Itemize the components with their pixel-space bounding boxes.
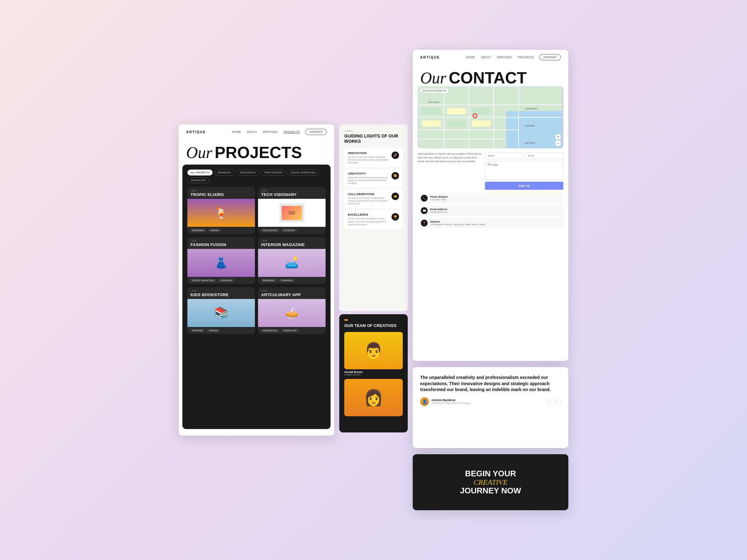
- map-coords-label: 52°22'3.2"N 4°53'28.7"E: [421, 89, 448, 93]
- title-cursive: Our: [186, 145, 212, 161]
- svg-rect-10: [422, 108, 441, 114]
- email-label: Email Address: [430, 208, 447, 211]
- project-year: / 2023: [187, 187, 255, 192]
- nav-contact-btn[interactable]: CONTACT: [305, 129, 327, 135]
- email-input[interactable]: [525, 152, 563, 159]
- member-photo-gerald: 👨: [344, 332, 403, 369]
- map-zoom-in[interactable]: +: [555, 134, 561, 140]
- testimonial-prev[interactable]: ‹: [545, 398, 552, 405]
- submit-button[interactable]: Sign Up: [485, 182, 563, 190]
- contact-nav-home[interactable]: HOME: [466, 56, 475, 59]
- contact-nav-links: HOME ABOUT SERVICES PROJECTS CONTACT: [466, 54, 561, 60]
- project-card-fashion[interactable]: / 2020 FASHION FUSION 👗 DIGITAL MARKETIN…: [187, 237, 255, 284]
- contact-details: 📞 Phone Number +123 456 7890 ✉️ Email Ad…: [418, 193, 563, 229]
- project-image-books: 📚: [187, 299, 255, 327]
- nav-projects[interactable]: PROJECTS: [284, 130, 300, 133]
- contact-intro-text: Have questions or want to discuss a proj…: [418, 152, 482, 190]
- project-card-food[interactable]: / 2019 ARTCULINARY APP 🥧 WEB DESIGN MOBI…: [258, 287, 326, 334]
- nav-home[interactable]: HOME: [232, 130, 241, 133]
- tag: PRINTING: [190, 329, 205, 332]
- contact-nav-about[interactable]: ABOUT: [481, 56, 491, 59]
- project-card-tropic[interactable]: / 2023 TROPIC ELIXIRS 🍹 BRANDING DESIGN: [187, 187, 255, 234]
- handshake-icon: 🤝: [391, 193, 399, 200]
- project-name: KIDS BOOKSTORE: [187, 292, 255, 299]
- name-input[interactable]: [485, 152, 523, 159]
- phone-label: Phone Number: [430, 195, 448, 198]
- nav-services[interactable]: SERVICES: [263, 130, 278, 133]
- tag: CAMPAIGN: [279, 279, 295, 282]
- filter-mobile[interactable]: MOBILE APP: [187, 177, 209, 183]
- mockup-label: mockupdesign.: [288, 211, 295, 215]
- svg-text:SATTEND...: SATTEND...: [525, 142, 537, 144]
- person-icon: 👨: [364, 343, 383, 358]
- trophy-icon: 🏆: [391, 213, 399, 220]
- value-name: EXCELLENCE: [348, 213, 388, 216]
- title-bold: PROJECTS: [215, 144, 302, 161]
- svg-rect-14: [447, 121, 466, 127]
- svg-point-17: [474, 114, 476, 117]
- phone-info: Phone Number +123 456 7890: [430, 195, 448, 201]
- address-row: 📍 Address 123 Wanderer Street, City Name…: [418, 218, 563, 229]
- filter-all[interactable]: ALL PROJECTS: [187, 169, 212, 176]
- project-name: TECH VISIONARY: [258, 192, 326, 199]
- tag: DESIGN: [208, 229, 221, 232]
- project-year: / 2024: [258, 237, 326, 242]
- contact-form-area: Have questions or want to discuss a proj…: [418, 152, 563, 190]
- form-name-email-row: [485, 152, 563, 159]
- value-desc: We believe in the power of collaboration…: [348, 196, 388, 205]
- contact-nav-contact-btn[interactable]: CONTACT: [539, 54, 561, 60]
- contact-nav-projects[interactable]: PROJECTS: [518, 56, 534, 59]
- project-tags-fashion: DIGITAL MARKETING CAMPAIGN: [187, 277, 255, 284]
- phone-row: 📞 Phone Number +123 456 7890: [418, 193, 563, 204]
- nav-about[interactable]: ABOUT: [247, 130, 257, 133]
- contact-title-cursive: Our: [420, 70, 446, 86]
- filter-branding[interactable]: BRANDING: [214, 169, 234, 176]
- phone-value: +123 456 7890: [430, 198, 448, 201]
- project-card-tech[interactable]: / 2022 TECH VISIONARY mockupdesign. WEB …: [258, 187, 326, 234]
- fashion-icon: 👗: [214, 256, 228, 269]
- contact-nav-services[interactable]: SERVICES: [497, 56, 512, 59]
- filter-print[interactable]: PRINT DESIGN: [261, 169, 285, 176]
- middle-panels: / values GUIDING LIGHTS OF OUR WORKS INN…: [339, 125, 408, 435]
- project-card-interior[interactable]: / 2024 INTERIOR MAGAZINE 🛋️ BRANDING CAM…: [258, 237, 326, 284]
- project-year: / 2020: [187, 237, 255, 242]
- projects-body: ALL PROJECTS BRANDING WEB DESIGN PRINT D…: [182, 165, 331, 429]
- logo: ARTIQUE: [186, 130, 206, 134]
- svg-rect-11: [447, 108, 466, 114]
- project-tags-interior: BRANDING CAMPAIGN: [258, 277, 326, 284]
- message-textarea[interactable]: [485, 161, 563, 180]
- project-tags-books: PRINTING DESIGN: [187, 327, 255, 334]
- contact-form: Sign Up: [485, 152, 563, 190]
- member-photo-2: 👩: [344, 379, 403, 416]
- project-card-books[interactable]: / 2021 KIDS BOOKSTORE 📚 PRINTING DESIGN: [187, 287, 255, 334]
- project-year: / 2019: [258, 287, 326, 292]
- person-icon-2: 👩: [364, 390, 383, 405]
- team-member-2: 👩: [344, 379, 403, 416]
- email-row: ✉️ Email Address info@xplore.com: [418, 205, 563, 216]
- tag: BRANDING: [190, 229, 206, 232]
- value-desc: Creativity is at the heart of everything…: [348, 176, 388, 185]
- author-avatar: 👤: [420, 397, 429, 406]
- filter-web[interactable]: WEB DESIGN: [236, 169, 259, 176]
- values-panel: / values GUIDING LIGHTS OF OUR WORKS INN…: [339, 125, 408, 311]
- project-tags-tropic: BRANDING DESIGN: [187, 227, 255, 234]
- tag: UI DESIGN: [281, 229, 297, 232]
- project-name: ARTCULINARY APP: [258, 292, 326, 299]
- value-desc: We thrive on pushing creative boundaries…: [348, 156, 388, 164]
- address-icon: 📍: [421, 220, 428, 226]
- value-item-creativity: CREATIVITY Creativity is at the heart of…: [344, 169, 403, 188]
- testimonial-panel: The unparalleled creativity and professi…: [413, 367, 568, 448]
- filter-digital[interactable]: DIGITAL MARKETING: [287, 169, 319, 176]
- projects-title: Our PROJECTS: [186, 144, 327, 161]
- map-zoom-out[interactable]: −: [555, 140, 561, 146]
- email-info: Email Address info@xplore.com: [430, 208, 447, 213]
- email-value: info@xplore.com: [430, 211, 447, 213]
- project-year: / 2021: [187, 287, 255, 292]
- project-year: / 2022: [258, 187, 326, 192]
- address-value: 123 Wanderer Street, City Name, State Na…: [430, 223, 486, 226]
- value-name: INNOVATION: [348, 152, 388, 155]
- contact-nav: ARTIQUE HOME ABOUT SERVICES PROJECTS CON…: [413, 50, 568, 65]
- team-member-gerald: 👨 Gerald Brown Creative Director: [344, 332, 403, 376]
- tag: CAMPAIGN: [218, 279, 235, 282]
- testimonial-next[interactable]: ›: [554, 398, 561, 405]
